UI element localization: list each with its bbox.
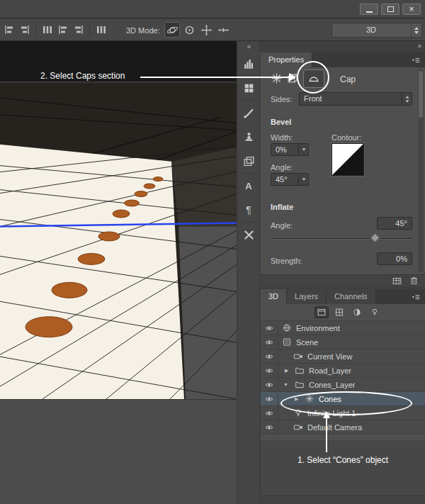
inflate-title: Inflate	[271, 203, 293, 211]
dropdown-arrow-icon[interactable]	[298, 144, 308, 155]
cone[interactable]	[78, 253, 105, 264]
tree-item-label[interactable]: Cones	[319, 395, 341, 403]
clone-source-panel-icon[interactable]	[238, 125, 259, 149]
tree-item-label[interactable]: Scene	[296, 338, 318, 347]
align-right-icon[interactable]	[18, 23, 31, 36]
distribute-center-icon[interactable]	[57, 23, 69, 36]
distribute-right-icon[interactable]	[72, 23, 85, 36]
properties-scrollbar[interactable]	[418, 69, 424, 272]
layer-comps-panel-icon[interactable]	[238, 149, 259, 173]
contour-label: Contour:	[332, 133, 361, 142]
tree-row-cones[interactable]: ▶ Cones	[261, 392, 425, 406]
tree-item-label[interactable]: Default Camera	[307, 423, 362, 432]
tab-channels[interactable]: Channels	[327, 289, 375, 304]
coordinates-grid-icon[interactable]	[392, 276, 402, 289]
swatches-panel-icon[interactable]	[238, 76, 259, 100]
visibility-eye-icon[interactable]	[264, 409, 274, 418]
strength-value: 0%	[396, 254, 407, 263]
panel-menu-icon[interactable]	[409, 55, 422, 65]
dropdown-arrow-icon[interactable]	[298, 174, 308, 185]
delete-trash-icon[interactable]	[409, 276, 419, 289]
mesh-section-icon[interactable]	[271, 72, 283, 85]
visibility-eye-icon[interactable]	[264, 352, 274, 361]
contour-thumbnail[interactable]	[332, 143, 364, 176]
width-combo[interactable]: 0%	[271, 143, 309, 156]
align-left-icon[interactable]	[3, 23, 16, 36]
distribute-spacing-icon[interactable]	[95, 23, 108, 36]
minimize-button[interactable]	[360, 4, 378, 15]
roll-3d-icon[interactable]	[181, 22, 197, 38]
visibility-eye-icon[interactable]	[264, 381, 274, 389]
visibility-eye-icon[interactable]	[264, 366, 274, 375]
visibility-eye-icon[interactable]	[264, 338, 274, 347]
visibility-eye-icon[interactable]	[264, 423, 274, 432]
tree-row-cones-layer[interactable]: ▼ Cones_Layer	[261, 378, 425, 392]
filter-meshes-icon[interactable]	[332, 306, 346, 318]
close-button[interactable]: ×	[402, 4, 421, 15]
filter-materials-icon[interactable]	[350, 306, 364, 318]
expand-right-icon[interactable]: ▶	[285, 368, 288, 374]
group-folder-icon	[295, 366, 305, 376]
expand-right-icon[interactable]: ▶	[295, 396, 298, 402]
deform-section-icon[interactable]	[286, 72, 299, 85]
cap-section-button[interactable]	[303, 69, 324, 88]
scrollbar-thumb[interactable]	[419, 71, 423, 118]
visibility-eye-icon[interactable]	[264, 324, 274, 332]
collapse-dock-icon[interactable]: »	[417, 42, 421, 50]
tools-presets-panel-icon[interactable]	[238, 223, 259, 247]
orbit-3d-icon[interactable]	[164, 22, 180, 38]
histogram-panel-icon[interactable]	[238, 52, 259, 76]
workspace-stepper-icon[interactable]	[411, 23, 421, 37]
strength-field[interactable]: 0%	[377, 252, 412, 265]
distribute-left-icon[interactable]	[41, 23, 54, 36]
3d-tab-bar: 3DLayersChannels	[261, 289, 425, 304]
expand-dock-icon[interactable]: «	[238, 41, 259, 52]
cone[interactable]	[153, 177, 163, 181]
bevel-title: Bevel	[271, 118, 291, 126]
tree-row-default-camera[interactable]: Default Camera	[261, 420, 425, 435]
cone[interactable]	[135, 191, 147, 197]
cone[interactable]	[98, 232, 120, 241]
collapse-down-icon[interactable]: ▼	[283, 382, 288, 387]
canvas-3d-scene[interactable]	[0, 41, 237, 400]
tree-row-environment[interactable]: Environment	[261, 321, 425, 335]
tree-row-infinite-light[interactable]: Infinite Light 1	[261, 406, 425, 420]
tab-properties[interactable]: Properties	[261, 52, 312, 67]
dropdown-stepper-icon[interactable]	[402, 93, 412, 105]
pan-3d-icon[interactable]	[198, 22, 214, 38]
bevel-angle-combo[interactable]: 45°	[271, 173, 309, 186]
workspace-selector[interactable]: 3D	[332, 23, 422, 38]
cone[interactable]	[125, 200, 140, 206]
filter-lights-icon[interactable]	[368, 306, 382, 318]
filter-scene-icon[interactable]	[314, 306, 329, 318]
brush-panel-icon[interactable]	[238, 101, 259, 125]
cone[interactable]	[144, 184, 155, 189]
inflate-angle-slider[interactable]	[271, 238, 412, 240]
3d-filter-bar	[261, 304, 425, 321]
tree-item-label[interactable]: Cones_Layer	[309, 381, 355, 389]
paragraph-panel-icon[interactable]: ¶	[238, 198, 259, 222]
restore-button[interactable]	[381, 4, 400, 15]
tree-item-label[interactable]: Road_Layer	[309, 366, 351, 375]
tree-item-label[interactable]: Environment	[296, 324, 340, 332]
tree-row-current-view[interactable]: Current View	[261, 349, 425, 364]
visibility-eye-icon[interactable]	[264, 395, 274, 403]
3d-panel-empty-area	[261, 440, 425, 495]
cone[interactable]	[113, 210, 130, 218]
tree-item-label[interactable]: Current View	[307, 352, 352, 361]
sides-dropdown[interactable]: Front	[299, 92, 412, 106]
character-panel-icon[interactable]: A	[238, 174, 259, 198]
tree-row-scene[interactable]: Scene	[261, 335, 425, 349]
tree-item-label[interactable]: Infinite Light 1	[307, 409, 356, 418]
slide-3d-icon[interactable]	[215, 22, 231, 38]
cone[interactable]	[26, 317, 72, 337]
tree-row-road-layer[interactable]: ▶ Road_Layer	[261, 364, 425, 378]
inflate-angle-field[interactable]: 45°	[377, 217, 412, 230]
slider-thumb[interactable]	[370, 233, 380, 242]
tab-layers[interactable]: Layers	[287, 289, 327, 304]
cone[interactable]	[52, 282, 87, 298]
inflate-angle-value: 45°	[395, 219, 407, 228]
tab-3d[interactable]: 3D	[261, 289, 287, 304]
panel-menu-icon[interactable]	[409, 292, 422, 302]
document-canvas[interactable]	[0, 41, 237, 504]
